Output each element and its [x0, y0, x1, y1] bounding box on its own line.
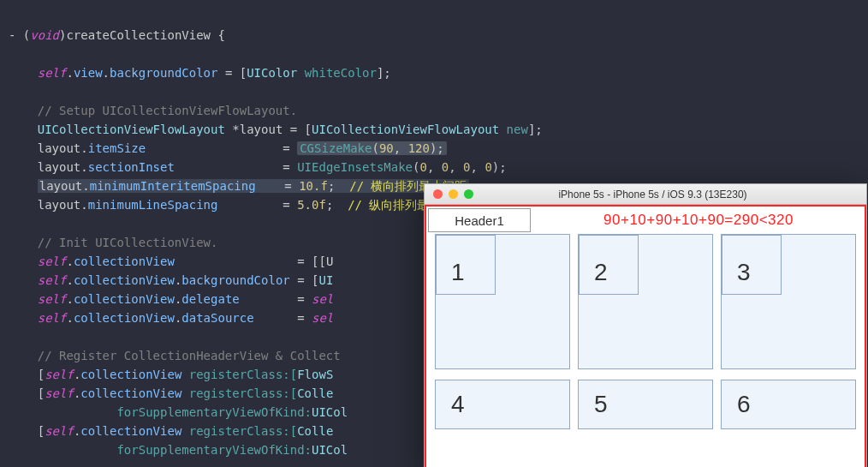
collection-header: Header1 [428, 208, 531, 232]
simulator-title: iPhone 5s - iPhone 5s / iOS 9.3 (13E230) [482, 189, 866, 201]
maximize-icon[interactable] [464, 189, 473, 199]
minimize-icon[interactable] [449, 189, 458, 199]
watermark: ©51CTO博客 [795, 446, 861, 462]
code-line: layout.itemSize = CGSizeMake(90, 120); [9, 141, 447, 155]
collection-header-row: Header1 90+10+90+10+90=290<320 [426, 207, 865, 234]
close-icon[interactable] [433, 189, 443, 199]
collection-cell[interactable]: 1 [435, 234, 570, 369]
collection-row: 4 5 6 [426, 380, 865, 429]
cell-inner-box [436, 235, 496, 295]
code-line: - (void)createCollectionView { [9, 28, 225, 42]
ios-simulator-window[interactable]: iPhone 5s - iPhone 5s / iOS 9.3 (13E230)… [424, 183, 867, 467]
annotation-text: 90+10+90+10+90=290<320 [532, 212, 865, 229]
code-line: layout.minimumLineSpacing = 5.0f; // 纵向排… [9, 198, 465, 212]
collection-cell[interactable]: 3 [721, 234, 856, 369]
cell-label: 6 [737, 391, 751, 418]
collection-cell[interactable]: 2 [578, 234, 713, 369]
cell-label: 1 [451, 259, 465, 286]
cell-label: 2 [594, 259, 608, 286]
cell-inner-box [722, 235, 782, 295]
collection-cell[interactable]: 4 [435, 380, 570, 429]
code-line: // Init UICollectionView. [9, 236, 217, 249]
code-line: self.collectionView.backgroundColor = [U… [9, 273, 333, 287]
simulator-screen[interactable]: Header1 90+10+90+10+90=290<320 1 2 3 4 5 [425, 205, 866, 467]
code-line: [self.collectionView registerClass:[Coll… [9, 386, 333, 400]
code-line: self.collectionView.dataSource = sel [9, 311, 333, 325]
code-line: self.collectionView.delegate = sel [9, 292, 333, 306]
code-line: layout.sectionInset = UIEdgeInsetsMake(0… [9, 160, 507, 174]
collection-row: 1 2 3 [426, 234, 865, 369]
simulator-titlebar[interactable]: iPhone 5s - iPhone 5s / iOS 9.3 (13E230) [425, 184, 866, 205]
cell-label: 5 [594, 391, 608, 418]
code-line: [self.collectionView registerClass:[Coll… [9, 424, 333, 438]
cell-inner-box [579, 235, 639, 295]
code-line: UICollectionViewFlowLayout *layout = [UI… [9, 123, 543, 136]
code-line: self.view.backgroundColor = [UIColor whi… [9, 66, 391, 80]
code-line: // Setup UICollectionViewFlowLayout. [9, 104, 297, 117]
collection-cell[interactable]: 6 [721, 380, 856, 429]
cell-label: 3 [737, 259, 751, 286]
cell-label: 4 [451, 391, 465, 418]
window-controls [425, 189, 482, 199]
code-line: // Register CollectionHeaderView & Colle… [9, 349, 341, 362]
code-line-highlighted: layout.minimumInteritemSpacing = 10.f; /… [9, 179, 469, 193]
collection-cell[interactable]: 5 [578, 380, 713, 429]
